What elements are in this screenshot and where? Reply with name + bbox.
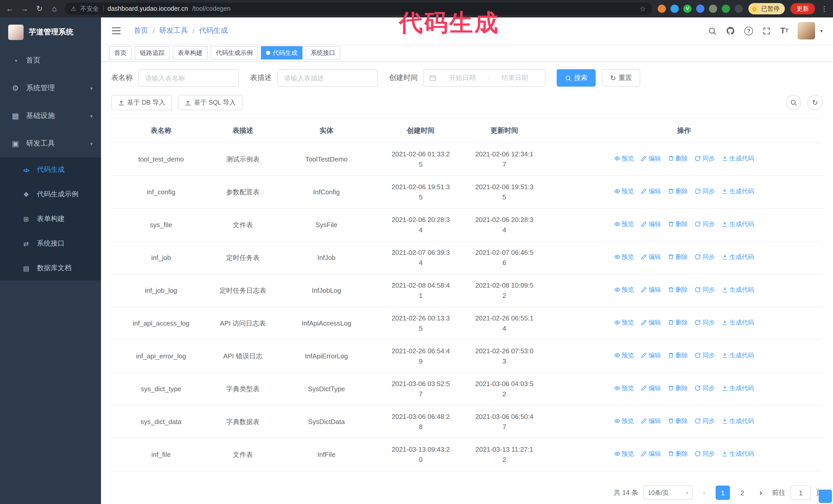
sync-link[interactable]: 同步	[695, 318, 715, 327]
generate-code-link[interactable]: 生成代码	[722, 285, 754, 294]
sync-link[interactable]: 同步	[695, 384, 715, 393]
extension-icon[interactable]	[658, 5, 666, 13]
security-warning-icon[interactable]: ⚠	[71, 5, 76, 12]
sidebar-subitem[interactable]: 系统接口	[0, 231, 101, 256]
floating-action-button[interactable]	[819, 490, 832, 503]
extension-icon[interactable]	[735, 5, 743, 13]
search-button[interactable]: 搜索	[557, 69, 596, 87]
refresh-button[interactable]: ↻	[807, 95, 823, 110]
preview-link[interactable]: 预览	[614, 154, 634, 163]
date-range-picker[interactable]: 开始日期 - 结束日期	[423, 69, 545, 87]
edit-link[interactable]: 编辑	[641, 384, 661, 393]
breadcrumb-home[interactable]: 首页	[134, 26, 148, 35]
sync-link[interactable]: 同步	[695, 285, 715, 294]
sidebar-item[interactable]: 系统管理	[0, 74, 101, 102]
import-db-button[interactable]: 基于 DB 导入	[111, 95, 172, 110]
generate-code-link[interactable]: 生成代码	[722, 154, 754, 163]
goto-page-input[interactable]	[790, 485, 811, 500]
delete-link[interactable]: 删除	[668, 285, 688, 294]
generate-code-link[interactable]: 生成代码	[722, 416, 754, 426]
sidebar-subitem[interactable]: 数据库文档	[0, 256, 101, 281]
delete-link[interactable]: 删除	[668, 220, 688, 229]
home-icon[interactable]: ⌂	[50, 0, 59, 18]
edit-link[interactable]: 编辑	[641, 318, 661, 327]
view-tab[interactable]: 代码生成示例 ×	[211, 46, 258, 59]
generate-code-link[interactable]: 生成代码	[722, 351, 754, 360]
view-tab[interactable]: 代码生成 ×	[261, 46, 303, 59]
browser-update-button[interactable]: 更新	[790, 3, 815, 14]
sidebar-toggle-icon[interactable]	[111, 26, 121, 36]
avatar[interactable]	[798, 22, 815, 40]
generate-code-link[interactable]: 生成代码	[722, 318, 754, 327]
fullscreen-icon[interactable]	[762, 26, 771, 35]
preview-link[interactable]: 预览	[614, 449, 634, 459]
page-size-select[interactable]: 10条/页 ▾	[643, 485, 693, 500]
sidebar-item[interactable]: 首页	[0, 47, 101, 74]
edit-link[interactable]: 编辑	[641, 351, 661, 360]
edit-link[interactable]: 编辑	[641, 187, 661, 196]
preview-link[interactable]: 预览	[614, 416, 634, 426]
avatar-caret-icon[interactable]: ▾	[820, 28, 823, 33]
extension-icon[interactable]	[722, 5, 730, 13]
delete-link[interactable]: 删除	[668, 154, 688, 163]
help-icon[interactable]: ?	[744, 26, 753, 35]
sync-paused-badge[interactable]: ☺ 已暂停	[748, 3, 785, 14]
generate-code-link[interactable]: 生成代码	[722, 384, 754, 393]
search-icon[interactable]	[708, 26, 717, 35]
github-icon[interactable]	[726, 26, 735, 35]
edit-link[interactable]: 编辑	[641, 449, 661, 459]
address-bar[interactable]: ⚠ 不安全 dashboard.yudao.iocoder.cn/tool/co…	[65, 3, 652, 15]
generate-code-link[interactable]: 生成代码	[722, 449, 754, 459]
preview-link[interactable]: 预览	[614, 351, 634, 360]
generate-code-link[interactable]: 生成代码	[722, 220, 754, 229]
sync-link[interactable]: 同步	[695, 253, 715, 262]
edit-link[interactable]: 编辑	[641, 285, 661, 294]
extension-icon[interactable]: V	[683, 5, 691, 13]
forward-icon[interactable]: →	[20, 0, 29, 18]
table-desc-input[interactable]	[277, 69, 378, 87]
prev-page-icon[interactable]: ‹	[698, 488, 711, 497]
delete-link[interactable]: 删除	[668, 187, 688, 196]
delete-link[interactable]: 删除	[668, 253, 688, 262]
view-tab[interactable]: 系统接口 ×	[306, 46, 340, 59]
sidebar-subitem[interactable]: 代码生成示例	[0, 182, 101, 207]
sync-link[interactable]: 同步	[695, 220, 715, 229]
import-sql-button[interactable]: 基于 SQL 导入	[178, 95, 242, 110]
sidebar-subitem[interactable]: 代码生成	[0, 158, 101, 182]
browser-menu-icon[interactable]: ⋮	[821, 5, 828, 13]
table-name-input[interactable]	[138, 69, 239, 87]
generate-code-link[interactable]: 生成代码	[722, 187, 754, 196]
extension-icon[interactable]	[696, 5, 704, 13]
next-page-icon[interactable]: ›	[755, 488, 767, 497]
delete-link[interactable]: 删除	[668, 449, 688, 459]
sync-link[interactable]: 同步	[695, 416, 715, 426]
bookmark-star-icon[interactable]: ☆	[640, 5, 646, 13]
preview-link[interactable]: 预览	[614, 187, 634, 196]
sidebar-subitem[interactable]: 表单构建	[0, 207, 101, 231]
breadcrumb-dev-tools[interactable]: 研发工具	[159, 26, 188, 35]
sync-link[interactable]: 同步	[695, 351, 715, 360]
preview-link[interactable]: 预览	[614, 220, 634, 229]
extension-icon[interactable]	[670, 5, 679, 13]
edit-link[interactable]: 编辑	[641, 253, 661, 262]
extension-icon[interactable]	[709, 5, 717, 13]
preview-link[interactable]: 预览	[614, 384, 634, 393]
sync-link[interactable]: 同步	[695, 187, 715, 196]
delete-link[interactable]: 删除	[668, 318, 688, 327]
back-icon[interactable]: ←	[5, 0, 14, 18]
delete-link[interactable]: 删除	[668, 416, 688, 426]
logo[interactable]: 芋道管理系统	[0, 18, 101, 47]
preview-link[interactable]: 预览	[614, 285, 634, 294]
reload-icon[interactable]: ↻	[35, 0, 44, 18]
page-number-button[interactable]: 2	[735, 485, 749, 500]
edit-link[interactable]: 编辑	[641, 416, 661, 426]
preview-link[interactable]: 预览	[614, 253, 634, 262]
delete-link[interactable]: 删除	[668, 351, 688, 360]
preview-link[interactable]: 预览	[614, 318, 634, 327]
edit-link[interactable]: 编辑	[641, 220, 661, 229]
view-tab[interactable]: 首页 ×	[109, 46, 132, 59]
date-start-placeholder[interactable]: 开始日期	[437, 73, 487, 82]
edit-link[interactable]: 编辑	[641, 154, 661, 163]
date-end-placeholder[interactable]: 结束日期	[490, 73, 540, 82]
toggle-search-button[interactable]	[786, 95, 801, 110]
